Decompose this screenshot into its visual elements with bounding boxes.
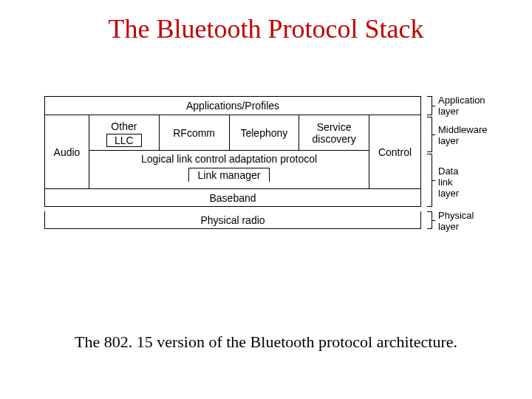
cell-llcap: Logical link control adaptation protocol… [89, 151, 369, 188]
label-llc: LLC [106, 134, 142, 147]
ph-l1: Physical [438, 210, 474, 221]
label-baseband: Baseband [45, 189, 420, 206]
sd-line2: discovery [313, 133, 356, 145]
brace-physical [425, 211, 432, 229]
label-data-link-layer: Data link layer [438, 166, 459, 199]
label-control: Control [369, 115, 420, 188]
label-link-manager: Link manager [188, 168, 270, 182]
brace-application [425, 96, 432, 115]
middle-column: Other LLC RFcomm Telephony Service disco… [89, 115, 369, 188]
label-service-discovery: Service discovery [299, 115, 369, 150]
label-rfcomm: RFcomm [159, 115, 229, 150]
ph-l2: layer [438, 221, 459, 232]
row-applications: Applications/Profiles [44, 96, 421, 115]
brace-data-link [425, 154, 432, 207]
label-other: Other [111, 120, 137, 132]
dl-l2: link [438, 177, 453, 188]
row-physical-radio: Physical radio [44, 211, 421, 229]
label-applications: Applications/Profiles [45, 97, 420, 115]
brace-middleware [425, 117, 432, 152]
middleware-row: Other LLC RFcomm Telephony Service disco… [89, 115, 369, 151]
cell-other-llc: Other LLC [89, 115, 159, 150]
sd-line1: Service [317, 121, 352, 133]
dl-l3: layer [438, 188, 459, 199]
label-application-layer: Application layer [438, 95, 485, 117]
al-l2: layer [438, 106, 459, 117]
protocol-stack-diagram: Applications/Profiles Audio Other LLC RF… [44, 96, 421, 229]
label-physical-layer: Physical layer [438, 210, 474, 232]
dl-l1: Data [438, 166, 458, 177]
label-middleware-layer: Middleware layer [438, 124, 487, 146]
label-telephony: Telephony [229, 115, 299, 150]
mw-l1: Middleware [438, 124, 487, 135]
label-llcap: Logical link control adaptation protocol [141, 153, 317, 165]
row-middle: Audio Other LLC RFcomm Telephony Service… [44, 115, 421, 189]
label-audio: Audio [45, 115, 89, 188]
label-physical-radio: Physical radio [45, 211, 420, 228]
mw-l2: layer [438, 135, 459, 146]
row-baseband: Baseband [44, 189, 421, 207]
page-title: The Bluetooth Protocol Stack [0, 0, 532, 44]
al-l1: Application [438, 95, 485, 106]
caption: The 802. 15 version of the Bluetooth pro… [0, 332, 532, 352]
